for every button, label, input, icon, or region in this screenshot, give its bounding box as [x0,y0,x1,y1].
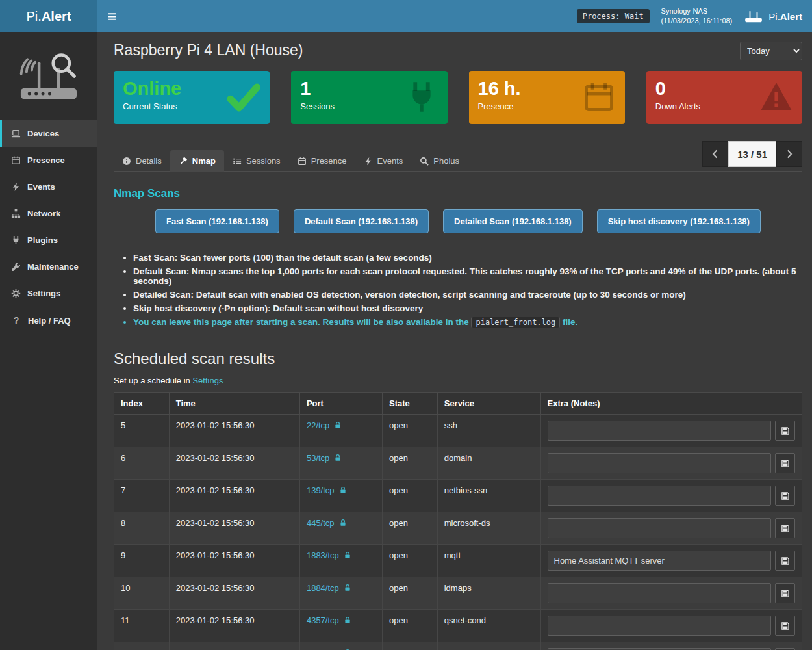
hammer-icon [179,157,188,166]
info-icon [122,157,131,166]
save-note-button[interactable] [775,551,795,571]
calendar-icon [11,155,21,165]
cell-time: 2023-01-02 15:56:30 [169,610,299,642]
note-input[interactable] [548,421,771,441]
sidebar-toggle-button[interactable] [107,7,125,25]
settings-link[interactable]: Settings [192,376,223,385]
nmap-heading: Nmap Scans [114,187,802,200]
port-link[interactable]: 139/tcp [307,486,335,495]
note-input[interactable] [548,453,771,473]
sidebar-item-events[interactable]: Events [0,174,97,200]
save-note-button[interactable] [775,518,795,538]
cell-index: 10 [114,577,170,610]
save-icon [781,621,790,630]
default-scan-button[interactable]: Default Scan (192.168.1.138) [294,209,429,233]
wrench-icon [11,262,21,272]
port-link[interactable]: 4357/tcp [307,616,339,625]
sidebar-item-help[interactable]: ? Help / FAQ [0,307,97,334]
chevron-right-icon [784,149,794,159]
sidebar-item-presence[interactable]: Presence [0,147,97,174]
sidebar-item-label: Plugins [27,235,58,245]
period-select[interactable]: Today [740,42,802,60]
table-row: 6 2023-01-02 15:56:30 53/tcp open domain [114,447,802,480]
cell-time: 2023-01-02 15:56:30 [169,577,299,610]
scan-results-table: Index Time Port State Service Extra (Not… [114,392,802,650]
note-input[interactable] [548,518,771,538]
detailed-scan-button[interactable]: Detailed Scan (192.168.1.138) [443,209,583,233]
app-logo-prefix: Pi. [27,9,42,24]
list-icon [233,157,242,166]
sitemap-icon [11,209,21,218]
router-icon [744,9,763,23]
note-input[interactable] [548,486,771,506]
cell-state: open [383,415,438,447]
cell-service: idmaps [437,577,540,610]
cell-index: 7 [114,480,170,512]
sidebar-item-maintenance[interactable]: Maintenance [0,254,97,280]
topbar: Pi.Alert Process: Wait Synology-NAS (11/… [0,0,812,32]
tab-events[interactable]: Events [355,150,412,172]
lock-icon [344,616,351,624]
check-icon [227,80,260,114]
prev-device-button[interactable] [702,141,728,167]
save-note-button[interactable] [775,583,795,603]
note-input[interactable] [548,551,771,571]
log-file-name: pialert_front.log [471,317,560,328]
header-extra-notes: Extra (Notes) [540,393,802,415]
note-input[interactable] [548,616,771,636]
skip-host-discovery-button[interactable]: Skip host discovery (192.168.1.138) [597,209,761,233]
tab-presence[interactable]: Presence [289,150,355,172]
router-magnifier-icon [15,51,82,102]
sidebar-item-settings[interactable]: Settings [0,280,97,307]
port-link[interactable]: 445/tcp [307,518,335,528]
search-icon [420,157,429,166]
page-indicator: 13 / 51 [728,141,776,167]
cell-state: open [383,512,438,545]
card-presence: 16 h. Presence [469,71,625,124]
main-content: Raspberry Pi 4 LAN (House) Today Online … [97,32,812,650]
header-time: Time [169,393,299,415]
cell-index: 6 [114,447,170,480]
cell-time: 2023-01-02 15:56:30 [169,512,299,545]
question-icon: ? [11,315,21,326]
lock-icon [334,454,342,462]
lock-icon [344,551,351,559]
cell-time: 2023-01-02 15:56:30 [169,545,299,577]
save-note-button[interactable] [775,421,795,441]
cell-index: 11 [114,610,170,642]
note-input[interactable] [548,583,771,603]
tab-details[interactable]: Details [114,150,170,172]
next-device-button[interactable] [776,141,802,167]
app-logo-bold: Alert [42,9,71,24]
scan-descriptions: Fast Scan: Scan fewer ports (100) than t… [133,253,802,328]
sidebar-item-devices[interactable]: Devices [0,120,97,147]
app-logo[interactable]: Pi.Alert [0,0,97,32]
save-icon [781,426,790,436]
sidebar-item-label: Presence [27,155,65,165]
plug-icon [11,235,21,245]
chevron-left-icon [710,149,720,159]
save-note-button[interactable] [775,453,795,473]
tab-nmap[interactable]: Nmap [170,150,224,172]
lock-icon [339,486,347,494]
cell-time: 2023-01-02 15:56:30 [169,480,299,512]
laptop-icon [11,129,21,138]
save-note-button[interactable] [775,616,795,636]
save-icon [781,491,790,500]
sidebar-item-network[interactable]: Network [0,200,97,227]
log-note-prefix: You can leave this page after starting a… [133,317,471,327]
save-note-button[interactable] [775,486,795,506]
port-link[interactable]: 1883/tcp [307,551,339,560]
sidebar-item-label: Help / FAQ [28,316,71,326]
fast-scan-button[interactable]: Fast Scan (192.168.1.138) [155,209,279,233]
table-row: 7 2023-01-02 15:56:30 139/tcp open netbi… [114,480,802,512]
bullet-fast-scan: Fast Scan: Scan fewer ports (100) than t… [133,253,802,263]
bullet-skip-host-discovery: Skip host discovery (-Pn option): Defaul… [133,304,802,313]
cell-state: open [383,610,438,642]
port-link[interactable]: 53/tcp [307,453,329,463]
tab-sessions[interactable]: Sessions [224,150,289,172]
tab-pholus[interactable]: Pholus [411,150,468,172]
port-link[interactable]: 1884/tcp [307,583,339,593]
port-link[interactable]: 22/tcp [307,421,329,430]
sidebar-item-plugins[interactable]: Plugins [0,227,97,254]
